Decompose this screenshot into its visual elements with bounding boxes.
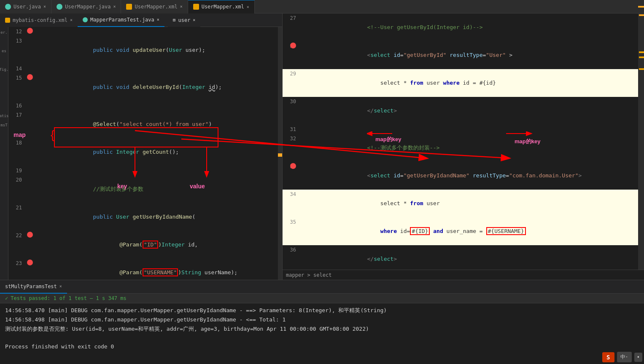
tab-close-1[interactable]: × (43, 4, 46, 9)
rcode-line-33: 33 <select id="getUserByIdandName" resul… (283, 162, 644, 190)
code-lines-left: 12 13 public void updateUser(User user); (8, 27, 282, 280)
rcode-line-32: 32 <!--测试多个参数的封装--> (283, 134, 644, 162)
xml-icon-2 (193, 4, 199, 10)
test-result-text: Tests passed: 1 of 1 test – 1 s 347 ms (11, 295, 127, 301)
gutter-bug-23 (27, 260, 33, 265)
bottom-right-toolbar: S 中· • (602, 352, 642, 362)
code-content-right: 27 <!--User getUserById(Integer id)--> 2… (283, 13, 644, 270)
rcode-line-28: 28 <select id="getUserById" resultType="… (283, 41, 644, 69)
java-icon-3 (83, 17, 88, 22)
code-line-22: 22 @Param("ID")Integer id, (8, 231, 282, 259)
second-tab-bar: mybatis-config.xml × MapperParamsTest.ja… (0, 13, 282, 27)
console-tab-close[interactable]: × (59, 284, 62, 289)
code-line-17: 17 @Select("select count(*) from user") (8, 110, 282, 138)
tab-close-3[interactable]: × (180, 4, 183, 9)
code-line-20: 20 //测试封装多个参数 (8, 175, 282, 203)
left-gutter: er. es fig. atis msT (0, 27, 8, 280)
tab-label-mybatis: mybatis-config.xml (13, 17, 67, 23)
gutter-bug-13 (27, 28, 33, 34)
tab-mybatis-config[interactable]: mybatis-config.xml × (0, 13, 78, 27)
code-line-23: 23 @Param("USERNAME")String userName); (8, 259, 282, 280)
tab-label-usermapper-java: UserMapper.java (65, 4, 110, 10)
left-editor: er. es fig. atis msT (0, 27, 282, 280)
code-line-14: 14 (8, 64, 282, 73)
java-icon-1 (5, 4, 11, 10)
console-output: 14:56:58.470 [main] DEBUG com.fan.mapper… (0, 303, 644, 364)
tab-usermapper-xml-1[interactable]: UserMapper.xml × (121, 0, 188, 13)
top-tab-bar: User.java × UserMapper.java × UserMapper… (0, 0, 644, 13)
tab-close-6[interactable]: × (157, 17, 159, 22)
console-tab-label: stMultyParamsTest (5, 284, 57, 289)
console-line-4 (5, 334, 639, 338)
console-line-1: 14:56:58.470 [main] DEBUG com.fan.mapper… (5, 306, 639, 315)
tab-close-4[interactable]: × (247, 5, 249, 9)
breadcrumb-text: mapper > select (286, 272, 331, 278)
rcode-line-36: 36 </select> (283, 245, 644, 270)
right-scrollbar[interactable] (638, 13, 644, 270)
breadcrumb-right: mapper > select (283, 270, 644, 280)
gutter-bug-22 (27, 232, 33, 238)
tab-usermapper-xml-2[interactable]: UserMapper.xml × (188, 0, 255, 13)
rcode-line-27: 27 <!--User getUserById(Integer id)--> (283, 13, 644, 41)
code-line-15: 15 public void deleteUserById(Integer id… (8, 73, 282, 101)
code-line-12: 12 (8, 27, 282, 36)
tab-user-db[interactable]: ⊞ user × (168, 13, 201, 27)
rcode-line-35: 35 where id=#{ID} and user_name = #{USER… (283, 217, 644, 245)
scroll-marker-yellow (278, 153, 282, 157)
dots-button[interactable]: • (634, 353, 642, 362)
tab-label-db: user (178, 17, 190, 23)
xml-icon-3 (5, 18, 10, 23)
tab-user-java[interactable]: User.java × (0, 0, 51, 13)
xml-icon-1 (126, 4, 132, 10)
tab-label-mapperparams: MapperParamsTest.java (90, 17, 154, 23)
tab-mapperparams[interactable]: MapperParamsTest.java × (78, 13, 164, 27)
console-line-6: Process finished with exit code 0 (5, 342, 639, 351)
tab-close-db[interactable]: × (193, 18, 195, 22)
console-line-2: 14:56:58.498 [main] DEBUG com.fan.mapper… (5, 315, 639, 324)
tab-close-2[interactable]: × (113, 4, 116, 9)
java-icon-2 (57, 4, 62, 10)
tab-label-usermapper-xml-2: UserMapper.xml (202, 4, 244, 10)
code-line-19: 19 (8, 166, 282, 175)
check-icon: ✓ (5, 295, 8, 301)
gutter-bug-15 (27, 74, 33, 80)
right-markers (637, 5, 644, 8)
s-button[interactable]: S (602, 352, 614, 362)
console-tab-bar: stMultyParamsTest × (0, 280, 644, 294)
code-line-16: 16 (8, 101, 282, 110)
code-line-18: 18 public Integer getCount(); (8, 138, 282, 166)
tab-label-usermapper-xml-1: UserMapper.xml (135, 4, 177, 10)
console-tab-stmulty[interactable]: stMultyParamsTest × (0, 280, 67, 294)
code-content-left: 12 13 public void updateUser(User user); (8, 27, 282, 280)
code-line-21: 21 public User getUserByIdandName( (8, 203, 282, 231)
right-editor: 27 <!--User getUserById(Integer id)--> 2… (283, 13, 644, 270)
code-line-13: 13 public void updateUser(User user); (8, 36, 282, 64)
rcode-line-30: 30 </select> (283, 97, 644, 125)
rcode-line-31: 31 (283, 125, 644, 134)
table-icon: ⊞ (173, 17, 176, 23)
lang-button[interactable]: 中· (617, 352, 632, 362)
rcode-line-34: 34 select * from user (283, 190, 644, 217)
console-line-3: 测试封装的参数是否完整: User(id=8, userName=和平精英, a… (5, 324, 639, 334)
rp-bug-28 (290, 43, 296, 48)
tab-close-5[interactable]: × (70, 18, 73, 22)
tab-label-user-java: User.java (13, 4, 41, 10)
tab-usermapper-java[interactable]: UserMapper.java × (51, 0, 121, 13)
code-lines-right: 27 <!--User getUserById(Integer id)--> 2… (283, 13, 644, 270)
console-area: stMultyParamsTest × ✓ Tests passed: 1 of… (0, 280, 644, 364)
console-line-5 (5, 338, 639, 342)
rp-bug-33 (290, 163, 296, 169)
rcode-line-29: 29 select * from user where id = #{id} (283, 69, 644, 97)
app-container: User.java × UserMapper.java × UserMapper… (0, 0, 644, 364)
test-result-bar: ✓ Tests passed: 1 of 1 test – 1 s 347 ms (0, 294, 644, 303)
